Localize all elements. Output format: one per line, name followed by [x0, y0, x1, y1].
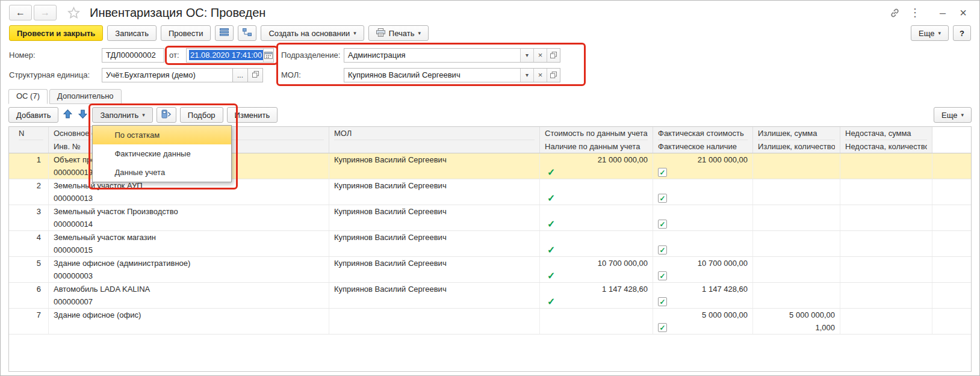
department-combobox[interactable]: Администрация ▾ × — [344, 48, 560, 63]
help-button[interactable]: ? — [953, 25, 971, 41]
cell-book-cost[interactable]: ✓ — [540, 179, 653, 205]
cell-row-number[interactable]: 7 — [9, 309, 49, 334]
clear-icon[interactable]: × — [533, 49, 547, 62]
linked-documents-button[interactable] — [238, 25, 256, 41]
fact-presence-checkbox[interactable]: ✓ — [658, 297, 667, 306]
move-down-button[interactable] — [77, 108, 88, 122]
cell-fact-cost[interactable]: ✓ — [653, 231, 753, 256]
table-row[interactable]: 3Земельный участок Производство000000014… — [9, 205, 971, 231]
cell-row-number[interactable]: 4 — [9, 231, 49, 256]
cell-mol[interactable]: Куприянов Василий Сергеевич — [329, 231, 540, 256]
post-and-close-button[interactable]: Провести и закрыть — [9, 25, 103, 41]
cell-asset[interactable]: Земельный участок Производство000000014 — [49, 205, 329, 230]
pick-button[interactable]: Подбор — [180, 107, 223, 123]
clear-icon[interactable]: × — [533, 69, 547, 82]
number-input[interactable]: ТДЛ00000002 — [102, 48, 164, 63]
cell-fact-cost[interactable]: ✓ — [653, 179, 753, 205]
cell-row-number[interactable]: 1 — [9, 153, 49, 179]
cell-surplus[interactable] — [753, 257, 840, 282]
cell-asset[interactable]: Здание офисное (офис) — [49, 309, 329, 334]
write-button[interactable]: Записать — [107, 25, 157, 41]
move-up-button[interactable] — [62, 108, 73, 122]
cell-book-cost[interactable]: ✓ — [540, 231, 653, 256]
cell-fact-cost[interactable]: 21 000 000,00✓ — [653, 153, 753, 179]
cell-surplus[interactable]: 5 000 000,001,000 — [753, 309, 840, 334]
document-movements-button[interactable] — [215, 25, 234, 41]
cell-mol[interactable]: Куприянов Василий Сергеевич — [329, 153, 540, 179]
cell-shortage[interactable] — [840, 179, 932, 205]
favorites-star-icon[interactable] — [67, 7, 80, 19]
cell-book-cost[interactable]: ✓ — [540, 205, 653, 230]
fact-presence-checkbox[interactable]: ✓ — [658, 168, 667, 177]
add-row-button[interactable]: Добавить — [8, 107, 58, 123]
dropdown-arrow-icon[interactable]: ▾ — [520, 69, 533, 82]
structural-unit-input[interactable]: Учёт.Бухгалтерия (демо) — [102, 68, 233, 82]
fact-presence-checkbox[interactable]: ✓ — [658, 220, 667, 229]
cell-fact-cost[interactable]: 10 700 000,00✓ — [653, 257, 753, 282]
fact-presence-checkbox[interactable]: ✓ — [658, 271, 667, 280]
fact-presence-checkbox[interactable]: ✓ — [658, 194, 667, 203]
cell-book-cost[interactable] — [540, 309, 653, 334]
cell-mol[interactable]: Куприянов Василий Сергеевич — [329, 257, 540, 282]
print-button[interactable]: Печать ▾ — [368, 25, 429, 41]
back-button[interactable]: ← — [9, 5, 32, 20]
tab-additional[interactable]: Дополнительно — [49, 89, 122, 104]
table-more-button[interactable]: Еще ▾ — [934, 107, 972, 123]
cell-surplus[interactable] — [753, 283, 840, 308]
cell-row-number[interactable]: 3 — [9, 205, 49, 230]
more-button[interactable]: Еще ▾ — [911, 25, 949, 41]
cell-mol[interactable]: Куприянов Василий Сергеевич — [329, 205, 540, 230]
get-link-icon[interactable] — [887, 5, 902, 20]
create-based-on-button[interactable]: Создать на основании ▾ — [261, 25, 364, 41]
tab-os[interactable]: ОС (7) — [8, 89, 48, 104]
choose-button[interactable]: ... — [233, 68, 248, 82]
close-icon[interactable]: × — [955, 5, 971, 20]
fill-menu-item-3[interactable]: Данные учета — [93, 163, 231, 182]
forward-button[interactable]: → — [34, 5, 57, 20]
cell-book-cost[interactable]: 1 147 428,60✓ — [540, 283, 653, 308]
cell-surplus[interactable] — [753, 205, 840, 230]
cell-shortage[interactable] — [840, 153, 932, 179]
edit-button[interactable]: Изменить — [227, 107, 278, 123]
date-input[interactable]: 21.08.2020 17:41:00 — [186, 48, 274, 63]
cell-row-number[interactable]: 6 — [9, 283, 49, 308]
table-row[interactable]: 6Автомобиль LADA KALINA000000007Куприяно… — [9, 283, 971, 309]
cell-book-cost[interactable]: 10 700 000,00✓ — [540, 257, 653, 282]
calendar-icon[interactable] — [263, 49, 273, 62]
cell-asset[interactable]: Здание офисное (административное)0000000… — [49, 257, 329, 282]
data-collection-terminal-button[interactable] — [157, 107, 176, 123]
table-row[interactable]: 5Здание офисное (административное)000000… — [9, 257, 971, 283]
kebab-menu-icon[interactable]: ⋮ — [907, 5, 923, 20]
cell-shortage[interactable] — [840, 257, 932, 282]
table-row[interactable]: 4Земельный участок магазин000000015Купри… — [9, 231, 971, 257]
open-value-icon[interactable] — [547, 69, 560, 82]
cell-book-cost[interactable]: 21 000 000,00✓ — [540, 153, 653, 179]
fill-button[interactable]: Заполнить ▾ — [92, 107, 152, 123]
cell-asset[interactable]: Автомобиль LADA KALINA000000007 — [49, 283, 329, 308]
cell-mol[interactable]: Куприянов Василий Сергеевич — [329, 179, 540, 205]
cell-fact-cost[interactable]: ✓ — [653, 205, 753, 230]
dropdown-arrow-icon[interactable]: ▾ — [520, 49, 533, 62]
fact-presence-checkbox[interactable]: ✓ — [658, 245, 667, 254]
mol-combobox[interactable]: Куприянов Василий Сергеевич ▾ × — [344, 68, 560, 82]
table-row[interactable]: 7Здание офисное (офис)5 000 000,00✓5 000… — [9, 309, 971, 334]
post-button[interactable]: Провести — [161, 25, 211, 41]
minimize-icon[interactable]: – — [935, 5, 951, 20]
cell-row-number[interactable]: 5 — [9, 257, 49, 282]
cell-surplus[interactable] — [753, 153, 840, 179]
cell-mol[interactable]: Куприянов Василий Сергеевич — [329, 283, 540, 308]
fact-presence-checkbox[interactable]: ✓ — [658, 323, 667, 332]
cell-mol[interactable] — [329, 309, 540, 334]
open-value-icon[interactable] — [547, 49, 560, 62]
cell-surplus[interactable] — [753, 179, 840, 205]
cell-shortage[interactable] — [840, 309, 932, 334]
cell-shortage[interactable] — [840, 231, 932, 256]
table-row[interactable]: 2Земельный участок АУП000000013Куприянов… — [9, 179, 971, 205]
fill-menu-item-1[interactable]: По остаткам — [93, 126, 231, 144]
cell-fact-cost[interactable]: 5 000 000,00✓ — [653, 309, 753, 334]
cell-asset[interactable]: Земельный участок магазин000000015 — [49, 231, 329, 256]
cell-row-number[interactable]: 2 — [9, 179, 49, 205]
cell-shortage[interactable] — [840, 283, 932, 308]
fill-menu-item-2[interactable]: Фактические данные — [93, 144, 231, 163]
cell-asset[interactable]: Земельный участок АУП000000013 — [49, 179, 329, 205]
